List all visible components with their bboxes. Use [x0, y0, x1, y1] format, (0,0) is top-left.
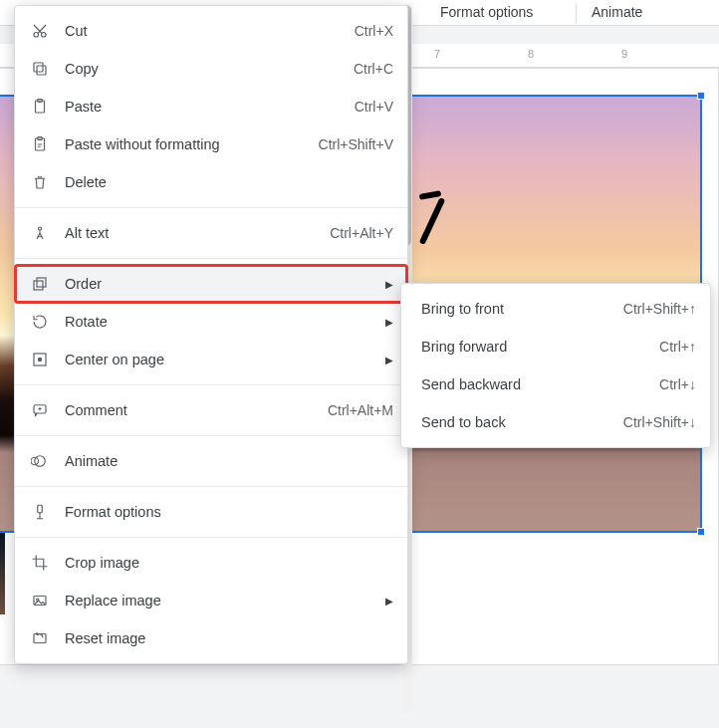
menu-separator: [15, 486, 407, 487]
svg-point-8: [39, 227, 42, 230]
svg-rect-16: [38, 505, 43, 513]
format-options-label: Format options: [440, 4, 533, 20]
menu-item-shortcut: Ctrl+Shift+V: [319, 136, 393, 152]
toolbar-divider: [576, 3, 577, 23]
rotate-icon: [29, 313, 51, 331]
submenu-item-shortcut: Ctrl+Shift+↑: [623, 301, 696, 317]
menu-item-label: Crop image: [65, 555, 393, 571]
crop-icon: [29, 554, 51, 572]
menu-item-label: Delete: [65, 174, 393, 190]
menu-item-label: Reset image: [65, 630, 393, 646]
submenu-arrow-icon: ▶: [385, 317, 393, 328]
menu-separator: [15, 537, 407, 538]
menu-item-alt-text[interactable]: Alt textCtrl+Alt+Y: [15, 214, 407, 252]
menu-separator: [15, 384, 407, 385]
resize-handle-br[interactable]: [697, 528, 705, 536]
paste-plain-icon: [29, 135, 51, 153]
menu-item-label: Center on page: [65, 352, 393, 367]
comment-icon: [29, 401, 51, 419]
menu-item-order[interactable]: Order▶: [15, 265, 407, 303]
order-icon: [29, 275, 51, 293]
submenu-item-label: Send backward: [421, 376, 659, 392]
ruler-tick: 7: [434, 48, 440, 60]
menu-item-crop-image[interactable]: Crop image: [15, 544, 407, 582]
context-menu: CutCtrl+XCopyCtrl+CPasteCtrl+VPaste with…: [14, 5, 408, 664]
menu-item-reset-image[interactable]: Reset image: [15, 619, 407, 657]
menu-item-shortcut: Ctrl+Alt+Y: [330, 225, 393, 241]
menu-item-comment[interactable]: CommentCtrl+Alt+M: [15, 391, 407, 429]
menu-item-label: Rotate: [65, 314, 393, 330]
copy-icon: [29, 60, 51, 78]
menu-item-rotate[interactable]: Rotate▶: [15, 303, 407, 341]
svg-rect-3: [34, 63, 43, 72]
menu-item-label: Paste: [65, 99, 355, 115]
animate-button[interactable]: Animate: [582, 0, 671, 24]
submenu-item-bring-forward[interactable]: Bring forwardCtrl+↑: [401, 328, 710, 365]
menu-item-paste[interactable]: PasteCtrl+V: [15, 88, 407, 125]
svg-rect-10: [37, 278, 46, 287]
format-opts-icon: [29, 503, 51, 521]
menu-item-label: Alt text: [65, 225, 330, 241]
menu-item-shortcut: Ctrl+V: [355, 99, 393, 115]
submenu-item-label: Bring to front: [421, 301, 623, 317]
svg-rect-9: [34, 281, 43, 290]
center-icon: [29, 351, 51, 368]
submenu-arrow-icon: ▶: [385, 596, 393, 607]
submenu-item-shortcut: Ctrl+↑: [659, 339, 696, 355]
menu-item-replace-image[interactable]: Replace image▶: [15, 582, 407, 619]
delete-icon: [29, 173, 51, 191]
menu-item-label: Animate: [65, 453, 393, 469]
svg-rect-2: [37, 66, 46, 75]
submenu-arrow-icon: ▶: [385, 355, 393, 365]
menu-item-shortcut: Ctrl+C: [354, 61, 393, 77]
menu-item-center-on-page[interactable]: Center on page▶: [15, 341, 407, 378]
animate-icon: [29, 452, 51, 470]
format-options-button[interactable]: Format options: [430, 0, 570, 24]
menu-item-label: Replace image: [65, 593, 393, 608]
svg-rect-19: [34, 634, 46, 643]
submenu-item-shortcut: Ctrl+↓: [659, 376, 696, 392]
replace-img-icon: [29, 592, 51, 609]
menu-item-animate[interactable]: Animate: [15, 442, 407, 480]
alt-text-icon: [29, 224, 51, 242]
menu-item-shortcut: Ctrl+Alt+M: [328, 402, 393, 418]
menu-separator: [15, 258, 407, 259]
reset-img-icon: [29, 629, 51, 647]
menu-item-label: Paste without formatting: [65, 136, 319, 152]
resize-handle-tr[interactable]: [697, 92, 705, 100]
svg-point-1: [42, 33, 47, 38]
paste-icon: [29, 98, 51, 116]
menu-item-label: Cut: [65, 23, 355, 39]
ruler-tick: 9: [621, 48, 627, 60]
submenu-item-send-to-back[interactable]: Send to backCtrl+Shift+↓: [401, 403, 710, 441]
submenu-item-label: Bring forward: [421, 339, 659, 355]
submenu-item-label: Send to back: [421, 414, 623, 430]
menu-item-shortcut: Ctrl+X: [355, 23, 393, 39]
menu-separator: [15, 435, 407, 436]
menu-item-copy[interactable]: CopyCtrl+C: [15, 50, 407, 88]
ruler-tick: 8: [528, 48, 534, 60]
menu-item-paste-without-formatting[interactable]: Paste without formattingCtrl+Shift+V: [15, 125, 407, 163]
menu-item-cut[interactable]: CutCtrl+X: [15, 12, 407, 50]
submenu-item-bring-to-front[interactable]: Bring to frontCtrl+Shift+↑: [401, 290, 710, 328]
submenu-item-send-backward[interactable]: Send backwardCtrl+↓: [401, 365, 710, 403]
menu-item-label: Comment: [65, 402, 328, 418]
image-content-placeholder: [411, 186, 457, 246]
svg-point-0: [34, 33, 39, 38]
menu-item-label: Copy: [65, 61, 354, 77]
menu-item-label: Format options: [65, 504, 393, 520]
submenu-arrow-icon: ▶: [385, 279, 393, 290]
svg-point-12: [38, 358, 43, 363]
submenu-item-shortcut: Ctrl+Shift+↓: [623, 414, 696, 430]
menu-item-delete[interactable]: Delete: [15, 163, 407, 201]
animate-label: Animate: [592, 4, 642, 20]
order-submenu: Bring to frontCtrl+Shift+↑Bring forwardC…: [400, 283, 711, 448]
cut-icon: [29, 22, 51, 40]
menu-item-format-options[interactable]: Format options: [15, 493, 407, 531]
menu-separator: [15, 207, 407, 208]
menu-item-label: Order: [65, 276, 393, 292]
